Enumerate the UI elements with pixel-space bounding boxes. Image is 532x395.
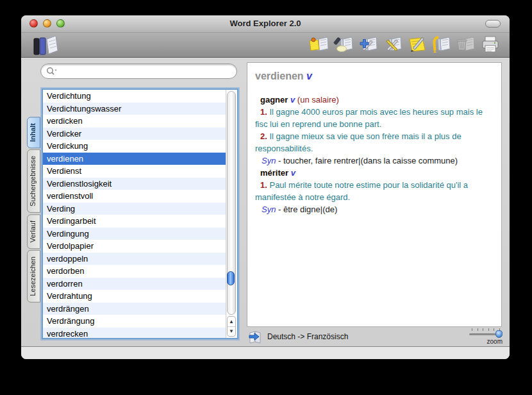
list-item[interactable]: Verding (43, 203, 226, 215)
list-item[interactable]: Verdrahtung (43, 290, 226, 303)
list-item[interactable]: verdrängen (43, 303, 226, 315)
tab-verlauf[interactable]: Verlauf (27, 214, 40, 249)
sense-head: gagner v (un salaire) (255, 94, 494, 106)
synonym-line: Syn - toucher, faire rentrer|(dans la ca… (255, 155, 494, 167)
bookmark-button[interactable] (430, 33, 452, 55)
example-number: 2. (260, 131, 267, 141)
trash-icon (455, 35, 476, 54)
list-item[interactable]: verdorren (43, 278, 226, 290)
example-text: Il gagne mieux sa vie que son frère mais… (255, 131, 461, 153)
dictionary-direction-icon (247, 330, 263, 344)
sense-head: mériter v (255, 167, 494, 179)
entry-headword: verdienen (255, 71, 304, 81)
usage-note: (un salaire) (297, 95, 339, 105)
sidebar-tabs: InhaltSuchergebnisseVerlaufLesezeichen (27, 117, 40, 303)
tab-lesezeichen[interactable]: Lesezeichen (27, 250, 40, 303)
list-item[interactable]: Verdingung (43, 228, 226, 240)
synonym-text: - être digne|(de) (278, 205, 337, 214)
zoom-control[interactable]: zoom (469, 328, 503, 346)
entry-body: gagner v (un salaire)1. Il gagne 4000 eu… (255, 94, 494, 215)
remove-entry-icon (382, 35, 403, 54)
remove-entry-button[interactable] (381, 33, 403, 55)
tab-suchergebnisse[interactable]: Suchergebnisse (27, 149, 40, 213)
scroll-up-arrow-icon[interactable]: ▲ (228, 317, 235, 327)
search-icon (45, 66, 59, 76)
synonym-line: Syn - être digne|(de) (255, 203, 494, 215)
toolbar-actions (308, 33, 501, 55)
new-note-button[interactable] (308, 33, 330, 55)
add-entry-icon (358, 35, 378, 54)
bookmark-icon (431, 35, 451, 54)
translation: gagner (260, 95, 288, 105)
definition-panel: verdienen v gagner v (un salaire)1. Il g… (247, 62, 502, 327)
zoom-label: zoom (487, 338, 503, 345)
list-item[interactable]: verdoppeln (43, 253, 226, 265)
list-item[interactable]: Verdienst (43, 165, 226, 178)
example: 1. Il gagne 4000 euros par mois avec les… (255, 106, 494, 130)
word-list: VerdichtungVerdichtungswasserverdickenVe… (43, 90, 226, 338)
list-item[interactable]: Verdickung (43, 140, 226, 153)
translation-pos: v (290, 95, 295, 105)
search-in-book-button[interactable] (333, 33, 354, 55)
entry-pos: v (306, 71, 312, 81)
add-entry-button[interactable] (357, 33, 379, 55)
example: 2. Il gagne mieux sa vie que son frère m… (255, 130, 494, 155)
list-scrollbar[interactable]: ▲ ▼ (226, 90, 237, 338)
desktop: Word Explorer 2.0 InhaltSuchergebnisseVe… (0, 0, 532, 395)
list-item[interactable]: Verdrängung (43, 315, 226, 328)
list-item[interactable]: Verdichtung (43, 90, 226, 103)
list-item[interactable]: Verdichtungswasser (43, 103, 226, 115)
title-bar[interactable]: Word Explorer 2.0 (21, 15, 510, 33)
scrollbar-thumb[interactable] (227, 271, 235, 285)
edit-note-icon (406, 35, 427, 54)
list-item[interactable]: verdrecken (43, 328, 226, 339)
example: 1. Paul mérite toute notre estime pour l… (255, 179, 494, 203)
search-in-book-icon (333, 35, 354, 54)
synonym-label: Syn (262, 156, 276, 165)
list-item[interactable]: verdienstvoll (43, 190, 226, 203)
search-input[interactable] (59, 66, 237, 76)
scrollbar-arrows: ▲ ▼ (227, 316, 236, 337)
new-note-icon (309, 35, 329, 54)
translation-pos: v (291, 168, 295, 178)
example-number: 1. (260, 180, 267, 190)
main-content: InhaltSuchergebnisseVerlaufLesezeichen V… (21, 58, 510, 346)
app-window: Word Explorer 2.0 InhaltSuchergebnisseVe… (21, 15, 510, 359)
list-item[interactable]: Verdicker (43, 128, 226, 140)
scroll-down-arrow-icon[interactable]: ▼ (228, 327, 235, 337)
dictionary-books-icon (30, 33, 61, 56)
list-item[interactable]: Verdolpapier (43, 240, 226, 253)
list-item[interactable]: verdicken (43, 115, 226, 128)
toolbar-toggle-button[interactable] (485, 20, 501, 28)
list-item[interactable]: Verdienstlosigkeit (43, 178, 226, 190)
translation: mériter (260, 168, 288, 178)
print-button[interactable] (479, 33, 501, 55)
entry-header: verdienen v (255, 71, 494, 82)
trash-button (454, 33, 476, 55)
chevron-down-icon (55, 70, 57, 71)
example-text: Paul mérite toute notre estime pour la s… (255, 180, 468, 202)
search-field[interactable] (40, 63, 237, 79)
list-item[interactable]: verdienen (43, 153, 226, 165)
tab-inhalt[interactable]: Inhalt (27, 117, 40, 148)
print-icon (479, 35, 500, 54)
list-item[interactable]: verdorben (43, 265, 226, 278)
window-footer (21, 346, 510, 359)
zoom-slider-thumb[interactable] (495, 330, 503, 338)
example-number: 1. (260, 107, 267, 117)
toolbar (21, 33, 510, 58)
status-row: Deutsch -> Französisch (247, 328, 348, 346)
window-title: Word Explorer 2.0 (21, 15, 510, 32)
word-listbox: VerdichtungVerdichtungswasserverdickenVe… (42, 88, 238, 339)
synonym-text: - toucher, faire rentrer|(dans la caisse… (278, 156, 458, 165)
edit-note-button[interactable] (406, 33, 428, 55)
language-direction-label: Deutsch -> Französisch (267, 332, 348, 341)
example-text: Il gagne 4000 euros par mois avec les he… (255, 107, 483, 129)
synonym-label: Syn (262, 205, 276, 214)
list-item[interactable]: Verdingarbeit (43, 215, 226, 228)
